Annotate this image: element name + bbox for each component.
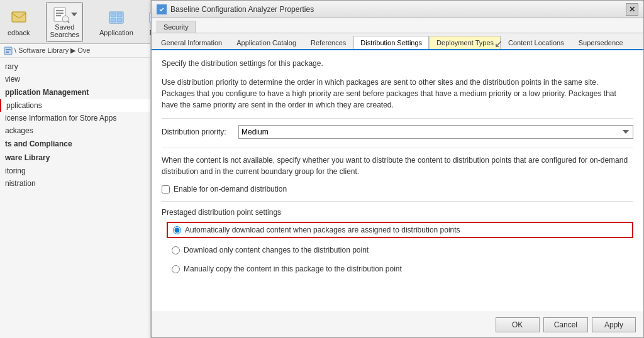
tab-deployment-types[interactable]: Deployment Types↙ (430, 36, 501, 49)
sidebar-item-applications[interactable]: pplications (0, 99, 150, 112)
feedback-icon (9, 8, 29, 28)
saved-searches-button[interactable]: SavedSearches (46, 2, 82, 42)
radio-content-changes-label[interactable]: Download only content changes to the dis… (184, 246, 369, 254)
tabs-row: General Information Application Catalog … (152, 33, 643, 50)
svg-rect-9 (117, 13, 122, 17)
checkbox-on-demand: Enable for on-demand distribution (162, 185, 633, 194)
application-icon (106, 8, 126, 28)
radio-manual-copy[interactable] (172, 265, 180, 273)
dialog-app-icon (157, 4, 167, 14)
toolbar: edback SavedSearches (0, 0, 150, 44)
priority-label: Distribution priority: (162, 128, 231, 136)
nav-tree: rary view pplication Management pplicati… (0, 58, 150, 338)
svg-rect-17 (4, 47, 12, 55)
tab-references[interactable]: References (304, 36, 353, 49)
dialog: Baseline Configuration Analyzer Properti… (151, 0, 644, 338)
tab-application-catalog[interactable]: Application Catalog (230, 36, 303, 49)
application-label: Application (99, 29, 133, 36)
sidebar-item-administration[interactable]: nistration (0, 177, 150, 190)
svg-rect-19 (6, 52, 9, 53)
dialog-titlebar: Baseline Configuration Analyzer Properti… (152, 1, 643, 18)
breadcrumb: \ Software Library ▶ Ove (0, 44, 150, 58)
security-bar: Security (152, 18, 643, 33)
ok-button[interactable]: OK (496, 317, 540, 332)
saved-searches-label: SavedSearches (50, 23, 79, 38)
svg-rect-8 (111, 13, 116, 17)
radio-row-manual-copy: Manually copy the content in this packag… (167, 262, 633, 276)
dialog-title-left: Baseline Configuration Analyzer Properti… (157, 4, 314, 14)
tab-general-information[interactable]: General Information (154, 36, 229, 49)
sidebar-section-application-mgmt[interactable]: pplication Management (0, 85, 150, 99)
radio-row-auto-download: Automatically download content when pack… (167, 222, 633, 238)
radio-group: Automatically download content when pack… (167, 222, 633, 276)
dialog-footer: OK Cancel Apply (152, 312, 643, 337)
radio-content-changes[interactable] (172, 246, 180, 254)
priority-row: Distribution priority: Low Medium High (162, 125, 633, 139)
radio-auto-download[interactable] (173, 226, 181, 234)
desc-text-3: When the content is not available, speci… (162, 155, 633, 177)
main-area: Baseline Configuration Analyzer Properti… (151, 0, 644, 338)
nav-arrow: \ (14, 47, 16, 55)
on-demand-label[interactable]: Enable for on-demand distribution (174, 185, 287, 194)
cancel-button[interactable]: Cancel (543, 317, 588, 332)
svg-line-6 (67, 21, 69, 23)
separator-1 (162, 118, 633, 119)
separator-3 (162, 201, 633, 202)
sidebar-item-license[interactable]: icense Information for Store Apps (0, 112, 150, 124)
sidebar-item-view[interactable]: view (0, 73, 150, 85)
apply-button[interactable]: Apply (592, 317, 636, 332)
sidebar-item-rary[interactable]: rary (0, 60, 150, 73)
application-button[interactable]: Application (96, 5, 137, 39)
sidebar-section-compliance[interactable]: ts and Compliance (0, 137, 150, 151)
separator-2 (162, 148, 633, 148)
tab-security[interactable]: Security (157, 21, 196, 33)
dialog-content: Specify the distribution settings for th… (152, 50, 643, 312)
svg-rect-18 (6, 49, 11, 50)
radio-auto-download-label[interactable]: Automatically download content when pack… (185, 226, 460, 234)
close-button[interactable]: ✕ (626, 3, 638, 16)
sidebar-item-monitoring[interactable]: itoring (0, 165, 150, 177)
dropdown-arrow-icon (71, 11, 77, 18)
tab-supersedence[interactable]: Supersedence (572, 36, 630, 49)
tab-distribution-settings[interactable]: Distribution Settings (353, 36, 429, 50)
saved-searches-icon (52, 6, 70, 23)
feedback-label: edback (8, 29, 30, 36)
tab-content-locations[interactable]: Content Locations (501, 36, 571, 49)
saved-searches-icon-row (52, 6, 77, 23)
sidebar: edback SavedSearches (0, 0, 151, 338)
radio-manual-copy-label[interactable]: Manually copy the content in this packag… (184, 264, 402, 273)
radio-row-content-changes: Download only content changes to the dis… (167, 243, 633, 257)
sidebar-section-software-library[interactable]: ware Library (0, 151, 150, 165)
priority-select[interactable]: Low Medium High (238, 125, 633, 139)
desc-text-1: Specify the distribution settings for th… (162, 58, 633, 69)
breadcrumb-path: Software Library ▶ Ove (18, 46, 90, 55)
sidebar-item-packages[interactable]: ackages (0, 124, 150, 137)
dialog-title: Baseline Configuration Analyzer Properti… (170, 5, 314, 14)
desc-text-2: Use distribution priority to determine t… (162, 77, 633, 111)
feedback-button[interactable]: edback (4, 5, 33, 39)
breadcrumb-icon (4, 46, 13, 55)
on-demand-checkbox[interactable] (162, 185, 170, 194)
svg-rect-11 (117, 18, 122, 22)
prestaged-label: Prestaged distribution point settings (162, 208, 633, 217)
svg-rect-0 (12, 12, 26, 22)
svg-rect-10 (111, 18, 116, 22)
